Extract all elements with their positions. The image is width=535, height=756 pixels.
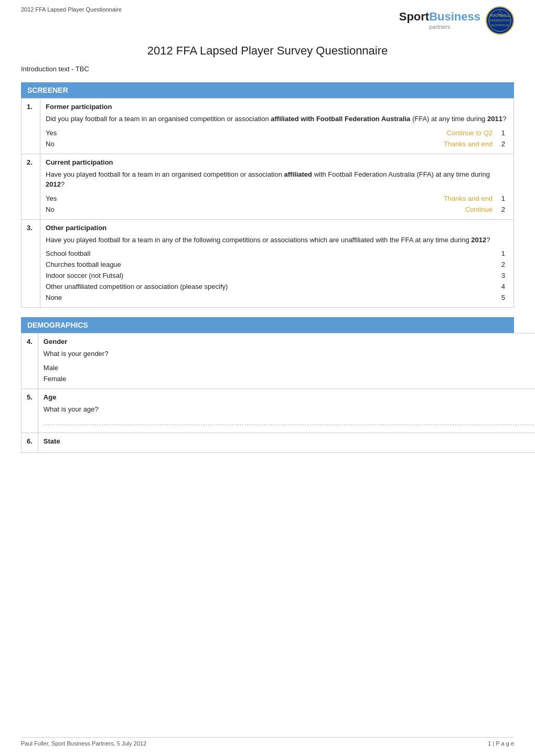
list-item: Yes Continue to Q2 1 [46,127,508,138]
q1-content: Former participation Did you play footba… [40,99,514,154]
svg-text:FEDERATION: FEDERATION [490,19,510,22]
ans-route [484,362,535,373]
sport-business-text: SportBusiness [399,11,480,23]
q5-answers: ........................................… [44,417,535,428]
q1-answers: Yes Continue to Q2 1 No Thanks and end 2 [46,127,508,149]
page-footer: Paul Fuller, Sport Business Partners, 5 … [21,737,514,747]
svg-text:AUSTRALIA: AUSTRALIA [491,24,508,27]
ans-num: 4 [496,281,508,292]
table-row: 3. Other participation Have you played f… [22,219,514,308]
partners-text: partners [429,24,450,30]
q3-content: Other participation Have you played foot… [40,219,514,308]
top-bar: 2012 FFA Lapsed Player Questionnaire Spo… [21,6,514,35]
q2-num: 2. [22,154,40,219]
table-row: 5. Age What is your age? ...............… [22,388,536,433]
ans-route: Continue [143,204,496,215]
ans-text: Female [44,373,484,384]
q4-body: What is your gender? [44,349,535,359]
q1-body: Did you play football for a team in an o… [46,114,508,124]
ans-text: None [46,292,488,303]
footer-left: Paul Fuller, Sport Business Partners, 5 … [21,740,146,747]
ans-num: 5 [496,292,508,303]
demographics-questions-table: 4. Gender What is your gender? Male 1 Fe… [21,333,535,453]
ans-dotted-line: ........................................… [44,417,535,428]
q6-content: State [38,433,535,453]
ans-num: 1 [496,248,508,259]
ans-text: Indoor soccer (not Futsal) [46,270,488,281]
q5-num: 5. [22,388,38,433]
intro-text: Introduction text - TBC [21,65,514,73]
ans-text: No [46,204,143,215]
ans-text: Yes [46,127,143,138]
q5-content: Age What is your age? ..................… [38,388,535,433]
ffa-logo: FOOTBALL FEDERATION AUSTRALIA [486,6,514,35]
q3-title: Other participation [46,224,508,232]
section-screener: SCREENER 1. Former participation Did you… [21,82,514,308]
q2-content: Current participation Have you played fo… [40,154,514,219]
screener-questions-table: 1. Former participation Did you play foo… [21,98,514,308]
doc-label: 2012 FFA Lapsed Player Questionnaire [21,6,122,13]
list-item: Male 1 [44,362,535,373]
list-item: Churches football league 2 [46,259,508,270]
ans-route [488,292,496,303]
list-item: ........................................… [44,417,535,428]
q3-num: 3. [22,219,40,308]
q2-answers: Yes Thanks and end 1 No Continue 2 [46,193,508,215]
demographics-header: DEMOGRAPHICS [21,317,514,333]
ans-text: No [46,138,143,149]
ans-num: 3 [496,270,508,281]
ans-num: 1 [496,127,508,138]
table-row: 4. Gender What is your gender? Male 1 Fe… [22,333,536,389]
list-item: Yes Thanks and end 1 [46,193,508,204]
ans-route: Thanks and end [143,138,496,149]
list-item: No Continue 2 [46,204,508,215]
ans-num: 2 [496,138,508,149]
table-row: 2. Current participation Have you played… [22,154,514,219]
list-item: None 5 [46,292,508,303]
ans-text: Male [44,362,484,373]
ans-text: School football [46,248,488,259]
q1-num: 1. [22,99,40,154]
screener-header: SCREENER [21,82,514,98]
ans-num: 2 [496,204,508,215]
ans-text: Churches football league [46,259,488,270]
ans-route: Continue to Q2 [143,127,496,138]
section-demographics: DEMOGRAPHICS 4. Gender What is your gend… [21,317,514,453]
q4-num: 4. [22,333,38,389]
q5-title: Age [44,393,535,401]
q2-body: Have you played football for a team in a… [46,169,508,190]
q3-body: Have you played football for a team in a… [46,235,508,245]
logos: SportBusiness partners FOOTBALL FEDERATI… [399,6,514,35]
list-item: Other unaffiliated competition or associ… [46,281,508,292]
ans-route [488,281,496,292]
q3-answers: School football 1 Churches football leag… [46,248,508,303]
sport-business-logo: SportBusiness partners [399,11,480,30]
page-title: 2012 FFA Lapsed Player Survey Questionna… [21,44,514,58]
ans-num: 2 [496,259,508,270]
ans-route [484,373,535,384]
footer-right: 1 | P a g e [488,740,514,747]
list-item: School football 1 [46,248,508,259]
q1-title: Former participation [46,103,508,111]
q6-num: 6. [22,433,38,453]
ans-text: Yes [46,193,143,204]
ans-route [488,270,496,281]
ans-num: 1 [496,193,508,204]
list-item: Female 2 [44,373,535,384]
table-row: 6. State [22,433,536,453]
q4-answers: Male 1 Female 2 [44,362,535,384]
table-row: 1. Former participation Did you play foo… [22,99,514,154]
q4-content: Gender What is your gender? Male 1 Femal… [38,333,535,389]
list-item: No Thanks and end 2 [46,138,508,149]
q5-body: What is your age? [44,404,535,415]
ans-route: Thanks and end [143,193,496,204]
ans-route [488,248,496,259]
q2-title: Current participation [46,158,508,166]
list-item: Indoor soccer (not Futsal) 3 [46,270,508,281]
q4-title: Gender [44,338,535,345]
ans-route [488,259,496,270]
q6-title: State [44,437,535,445]
ans-text: Other unaffiliated competition or associ… [46,281,488,292]
